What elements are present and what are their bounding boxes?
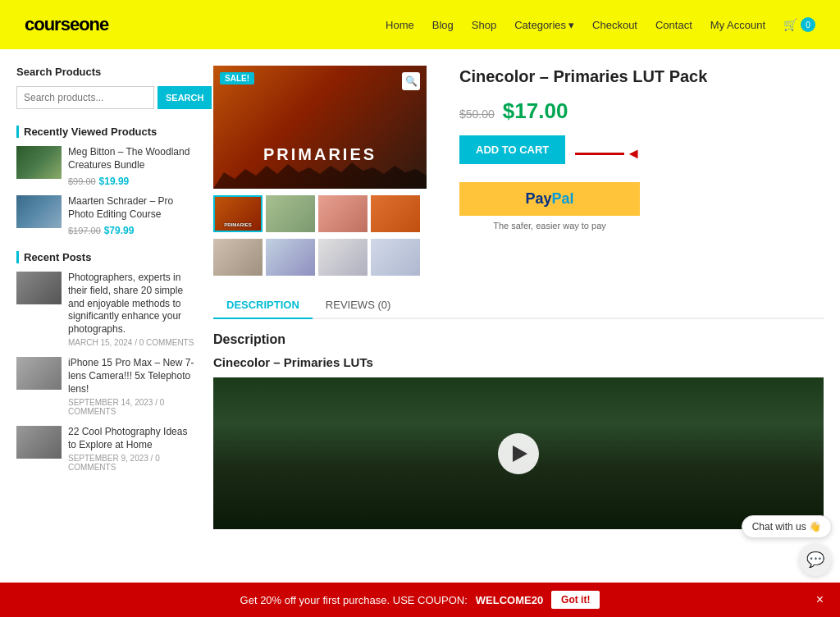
thumbnail-5[interactable] bbox=[213, 239, 262, 276]
nav-categories[interactable]: Categories ▾ bbox=[514, 19, 574, 31]
nav-blog[interactable]: Blog bbox=[432, 19, 454, 31]
product-video[interactable] bbox=[213, 377, 824, 529]
logo[interactable]: courseone bbox=[25, 14, 108, 35]
post-title: Photographers, experts in their field, s… bbox=[68, 272, 197, 336]
price-wrap: $50.00 $17.00 bbox=[459, 98, 707, 124]
header: courseone Home Blog Shop Categories ▾ Ch… bbox=[0, 0, 840, 49]
thumbnail-8[interactable] bbox=[371, 239, 420, 276]
thumbnail-4[interactable] bbox=[371, 195, 420, 232]
sidebar: Search Products SEARCH Recently Viewed P… bbox=[16, 66, 197, 529]
description-heading: Description bbox=[213, 332, 824, 347]
post-info: 22 Cool Photography Ideas to Explore at … bbox=[68, 426, 197, 472]
paypal-safer-text: The safer, easier way to pay bbox=[459, 221, 640, 231]
product-thumbnail bbox=[16, 195, 62, 228]
product-name: Maarten Schrader – Pro Photo Editing Cou… bbox=[68, 195, 197, 221]
list-item[interactable]: Maarten Schrader – Pro Photo Editing Cou… bbox=[16, 195, 197, 236]
original-price: $99.00 bbox=[68, 176, 96, 186]
product-content-area: SALE! 🔍 PRIMARIES PRIMARIES bbox=[213, 66, 824, 276]
cart-row: ADD TO CART ◄ bbox=[459, 135, 707, 172]
post-meta: MARCH 15, 2024 / 0 COMMENTS bbox=[68, 338, 197, 347]
recently-viewed-section: Recently Viewed Products Meg Bitton – Th… bbox=[16, 126, 197, 236]
product-info: Maarten Schrader – Pro Photo Editing Cou… bbox=[68, 195, 197, 236]
post-info: Photographers, experts in their field, s… bbox=[68, 272, 197, 347]
post-info: iPhone 15 Pro Max – New 7-lens Camera!!!… bbox=[68, 357, 197, 416]
paypal-button[interactable]: PayPal bbox=[459, 182, 640, 216]
thumb-label-1: PRIMARIES bbox=[224, 222, 251, 227]
recently-viewed-title: Recently Viewed Products bbox=[16, 126, 197, 138]
post-title: 22 Cool Photography Ideas to Explore at … bbox=[68, 426, 197, 451]
cart-icon-wrap[interactable]: 🛒 0 bbox=[783, 17, 815, 32]
nav-shop[interactable]: Shop bbox=[472, 19, 496, 31]
old-price: $50.00 bbox=[459, 107, 495, 121]
chat-bubble[interactable]: Chat with us 👋 bbox=[742, 515, 832, 538]
chat-widget: Chat with us 👋 💬 bbox=[742, 515, 832, 546]
cinecolor-heading: Cinecolor – Primaries LUTs bbox=[213, 355, 824, 369]
post-thumbnail bbox=[16, 357, 62, 390]
main-nav: Home Blog Shop Categories ▾ Checkout Con… bbox=[386, 17, 815, 32]
main-product-image: SALE! 🔍 PRIMARIES bbox=[213, 66, 427, 189]
product-images-wrap: SALE! 🔍 PRIMARIES PRIMARIES bbox=[213, 66, 427, 276]
thumbnail-3[interactable] bbox=[318, 195, 368, 232]
recent-posts-title: Recent Posts bbox=[16, 251, 197, 263]
arrow-icon: ◄ bbox=[626, 145, 641, 162]
main-container: Search Products SEARCH Recently Viewed P… bbox=[0, 49, 840, 546]
search-button[interactable]: SEARCH bbox=[158, 86, 212, 109]
list-item[interactable]: Photographers, experts in their field, s… bbox=[16, 272, 197, 347]
product-name: Meg Bitton – The Woodland Creatures Bund… bbox=[68, 146, 197, 171]
nav-home[interactable]: Home bbox=[386, 19, 414, 31]
search-input[interactable] bbox=[16, 86, 154, 109]
sale-price: $19.99 bbox=[99, 176, 130, 187]
search-section-title: Search Products bbox=[16, 66, 197, 78]
nav-my-account[interactable]: My Account bbox=[710, 19, 765, 31]
product-area: SALE! 🔍 PRIMARIES PRIMARIES bbox=[213, 66, 824, 529]
tab-reviews[interactable]: REVIEWS (0) bbox=[313, 292, 404, 319]
cart-badge: 0 bbox=[801, 17, 815, 32]
tab-description[interactable]: DESCRIPTION bbox=[213, 292, 313, 319]
product-info: Meg Bitton – The Woodland Creatures Bund… bbox=[68, 146, 197, 187]
thumbnail-7[interactable] bbox=[318, 239, 368, 276]
post-thumbnail bbox=[16, 426, 62, 459]
recent-posts-section: Recent Posts Photographers, experts in t… bbox=[16, 251, 197, 472]
add-to-cart-button[interactable]: ADD TO CART bbox=[459, 135, 565, 164]
post-title: iPhone 15 Pro Max – New 7-lens Camera!!!… bbox=[68, 357, 197, 395]
magnify-icon[interactable]: 🔍 bbox=[402, 72, 420, 90]
list-item[interactable]: 22 Cool Photography Ideas to Explore at … bbox=[16, 426, 197, 472]
cart-icon: 🛒 bbox=[783, 18, 797, 31]
post-meta: SEPTEMBER 14, 2023 / 0 COMMENTS bbox=[68, 398, 197, 416]
nav-contact[interactable]: Contact bbox=[655, 19, 692, 31]
paypal-logo: PayPal bbox=[525, 190, 573, 207]
thumbnail-6[interactable] bbox=[266, 239, 315, 276]
chevron-down-icon: ▾ bbox=[568, 19, 574, 31]
product-tabs: DESCRIPTION REVIEWS (0) bbox=[213, 292, 824, 319]
product-thumbnail bbox=[16, 146, 62, 179]
thumbnail-1[interactable]: PRIMARIES bbox=[213, 195, 262, 232]
search-section: Search Products SEARCH bbox=[16, 66, 197, 109]
chat-button[interactable]: 💬 bbox=[799, 543, 832, 546]
sale-price: $79.99 bbox=[104, 225, 135, 236]
product-title: Cinecolor – Primaries LUT Pack bbox=[459, 66, 707, 87]
nav-checkout[interactable]: Checkout bbox=[592, 19, 637, 31]
description-section: Description Cinecolor – Primaries LUTs bbox=[213, 332, 824, 529]
original-price: $197.00 bbox=[68, 226, 101, 235]
post-thumbnail bbox=[16, 272, 62, 304]
product-details: Cinecolor – Primaries LUT Pack $50.00 $1… bbox=[459, 66, 707, 276]
thumbnails-row-1: PRIMARIES bbox=[213, 195, 427, 232]
list-item[interactable]: Meg Bitton – The Woodland Creatures Bund… bbox=[16, 146, 197, 187]
arrow-line bbox=[575, 153, 624, 155]
sale-badge: SALE! bbox=[220, 72, 254, 85]
search-wrap: SEARCH bbox=[16, 86, 197, 109]
list-item[interactable]: iPhone 15 Pro Max – New 7-lens Camera!!!… bbox=[16, 357, 197, 416]
new-price: $17.00 bbox=[503, 98, 568, 124]
main-image-label: PRIMARIES bbox=[263, 145, 377, 164]
play-button[interactable] bbox=[498, 433, 539, 474]
thumbnail-2[interactable] bbox=[266, 195, 315, 232]
post-meta: SEPTEMBER 9, 2023 / 0 COMMENTS bbox=[68, 454, 197, 472]
thumbnails-row-2 bbox=[213, 239, 427, 276]
play-triangle-icon bbox=[513, 446, 527, 462]
